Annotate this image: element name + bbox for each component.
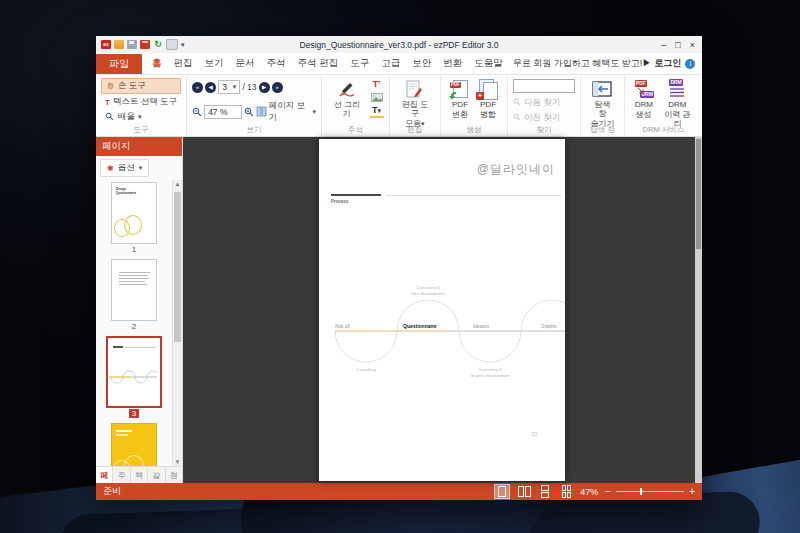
status-zoom-value: 47%: [580, 487, 598, 497]
hand-tool-button[interactable]: 손 도구: [101, 78, 181, 94]
page-total-label: / 13: [242, 82, 256, 92]
menu-view[interactable]: 보기: [199, 57, 230, 70]
status-ready: 준비: [103, 485, 121, 498]
snapshot-icon[interactable]: [166, 39, 178, 50]
menu-advanced[interactable]: 고급: [375, 57, 406, 70]
first-page-button[interactable]: «: [192, 82, 203, 93]
quick-access-caret-icon[interactable]: ▾: [181, 41, 185, 49]
zoom-slider-track[interactable]: [616, 491, 684, 492]
image-annotation-icon[interactable]: [370, 91, 384, 103]
drm-create-button[interactable]: PDF DRM DRM 생성: [630, 78, 658, 120]
menu-annotation[interactable]: 주석: [261, 57, 292, 70]
page-view-caret-icon: ▾: [312, 108, 316, 116]
info-icon[interactable]: i: [685, 59, 695, 69]
edit-tools-button[interactable]: 편집 도구 모음▾: [395, 78, 435, 130]
page-number-value: 3: [222, 82, 227, 92]
panel-tab-annotations[interactable]: 주: [113, 467, 130, 483]
zoom-slider-thumb[interactable]: [640, 488, 642, 495]
pdf-merge-label-1: PDF: [480, 100, 496, 109]
menu-help[interactable]: 도움말: [468, 57, 509, 70]
drm-history-button[interactable]: DRM DRM 이력 관리: [658, 78, 697, 130]
find-next-button[interactable]: 다음 찾기: [513, 96, 575, 110]
view-continuous-facing-button[interactable]: [559, 485, 573, 498]
document-viewer[interactable]: @딜라잇네이 Process Kick off Questionnaire Id…: [183, 137, 702, 483]
pdf-convert-button[interactable]: PDF PDF 변환: [446, 78, 474, 120]
maximize-button[interactable]: □: [675, 40, 680, 50]
login-link[interactable]: 로그인: [651, 57, 684, 70]
page-view-button[interactable]: 페이지 보기: [269, 100, 311, 124]
minimize-button[interactable]: –: [661, 40, 666, 50]
document-scrollbar[interactable]: [695, 137, 702, 483]
save-icon[interactable]: [127, 40, 137, 49]
menu-edit[interactable]: 편집: [168, 57, 199, 70]
refresh-icon[interactable]: ↻: [153, 40, 163, 49]
view-continuous-button[interactable]: [538, 485, 552, 498]
zoom-value-input[interactable]: 47 %: [204, 105, 242, 119]
menu-annotation-edit[interactable]: 주석 편집: [292, 57, 345, 70]
menu-document[interactable]: 문서: [230, 57, 261, 70]
find-input[interactable]: [513, 79, 575, 93]
signup-promo-link[interactable]: 무료 회원 가입하고 혜택도 받고!▶: [513, 57, 652, 70]
menu-file[interactable]: 파일: [96, 54, 142, 74]
zoom-slider[interactable]: − +: [605, 487, 695, 497]
zoom-slider-plus-button[interactable]: +: [689, 487, 695, 497]
panel-tab-attachments[interactable]: 갈: [148, 467, 165, 483]
edit-tools-label-1: 편집 도구: [399, 100, 431, 118]
close-button[interactable]: ×: [690, 40, 695, 50]
view-facing-pages-button[interactable]: [517, 485, 531, 498]
page-number-caret-icon: ▾: [233, 83, 237, 91]
last-page-button[interactable]: »: [272, 82, 283, 93]
highlight-text-icon[interactable]: T▾: [370, 104, 384, 118]
line-draw-button[interactable]: 선 그리기: [327, 78, 367, 119]
panel-tab-pages[interactable]: 페: [96, 467, 113, 483]
find-prev-button[interactable]: 이전 찾기: [513, 111, 575, 125]
group-label-edit: 편집: [390, 125, 440, 135]
thumbnail-2-number: 2: [132, 322, 136, 331]
page-number-combo[interactable]: 3 ▾: [218, 80, 240, 94]
menu-home[interactable]: 홈: [146, 57, 168, 70]
hand-tool-label: 손 도구: [118, 80, 146, 92]
page-thumbnail-1[interactable]: DesignQuestionnaire: [111, 182, 157, 244]
pdf-merge-button[interactable]: + PDF 병합: [474, 78, 502, 120]
page-thumbnail-4[interactable]: [111, 423, 157, 466]
zoom-ratio-button[interactable]: 배율 ▾: [101, 110, 181, 124]
scroll-up-icon[interactable]: ▲: [173, 181, 182, 187]
zoom-out-icon[interactable]: [192, 107, 202, 117]
page-watermark: @딜라잇네이: [477, 161, 555, 178]
scroll-down-icon[interactable]: ▼: [173, 459, 182, 465]
next-page-button[interactable]: ▶: [259, 82, 270, 93]
page-view-icon: [256, 106, 267, 119]
heading-rule-light: [386, 195, 561, 196]
milestone-questionnaire: Questionnaire: [403, 323, 437, 329]
menu-convert[interactable]: 변환: [437, 57, 468, 70]
drm-create-label-2: 생성: [636, 110, 652, 119]
hide-nav-pane-button[interactable]: 탐색 창 숨기기: [586, 78, 619, 130]
title-bar[interactable]: ez ↻ ▾ Design_Questionnaire_ver3.0.pdf -…: [96, 36, 702, 53]
zoom-slider-minus-button[interactable]: −: [605, 487, 611, 497]
print-icon[interactable]: [140, 40, 150, 49]
panel-tab-bookmarks[interactable]: 책: [131, 467, 148, 483]
text-select-tool-button[interactable]: T 텍스트 선택 도구: [101, 95, 181, 109]
document-scrollbar-thumb[interactable]: [696, 139, 701, 249]
sidebar-scrollbar-thumb[interactable]: [174, 192, 181, 342]
sidebar-scrollbar[interactable]: ▲ ▼: [172, 180, 182, 466]
pages-panel: 페이지 ✱ 옵션 ▾ DesignQuestionnaire: [96, 137, 183, 483]
prev-page-button[interactable]: ◀: [205, 82, 216, 93]
page-thumbnail-2[interactable]: [111, 259, 157, 321]
zoom-in-icon[interactable]: [244, 107, 254, 117]
menu-security[interactable]: 보안: [406, 57, 437, 70]
group-label-drm: DRM 서비스: [625, 125, 702, 135]
text-select-label: 텍스트 선택 도구: [113, 96, 177, 108]
group-label-view: 보기: [187, 125, 321, 135]
text-annotation-icon[interactable]: T’: [370, 78, 384, 90]
pages-options-button[interactable]: ✱ 옵션 ▾: [100, 159, 149, 177]
pdf-page[interactable]: @딜라잇네이 Process Kick off Questionnaire Id…: [319, 139, 565, 481]
zoom-ratio-caret-icon: ▾: [138, 113, 142, 121]
ribbon-group-annotation: 선 그리기 T’ T▾ 주석: [322, 75, 390, 136]
find-next-icon: [513, 98, 521, 108]
view-single-page-button[interactable]: [494, 484, 510, 499]
panel-tab-search[interactable]: 첨: [166, 467, 182, 483]
page-thumbnail-3-selected[interactable]: [106, 336, 162, 408]
open-file-icon[interactable]: [114, 40, 124, 49]
menu-tools[interactable]: 도구: [344, 57, 375, 70]
